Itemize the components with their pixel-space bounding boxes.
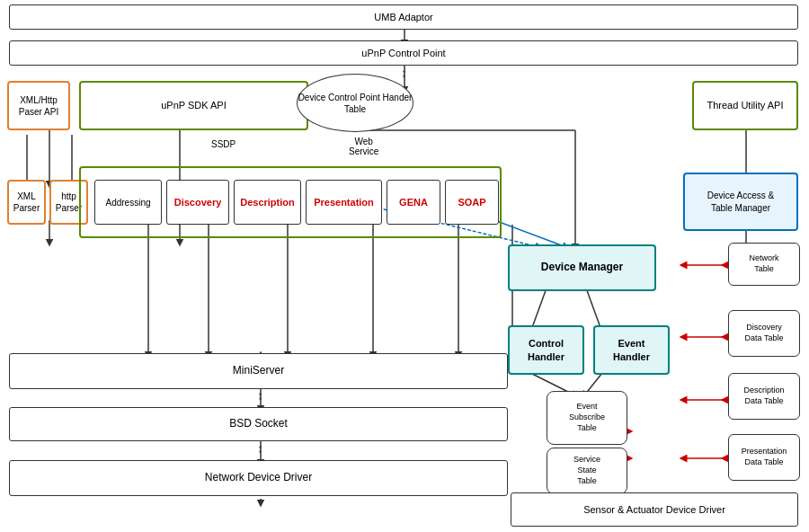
sensor-actuator-box: Sensor & Actuator Device Driver (511, 492, 798, 527)
upnp-sdk-api-label: uPnP SDK API (161, 99, 227, 111)
device-control-point-label: Device Control Point Hander Table (298, 92, 413, 115)
xml-parser-label: XML Parser (13, 191, 40, 214)
mini-server-label: MiniServer (233, 364, 284, 378)
event-subscribe-table-box: Event Subscribe Table (547, 391, 627, 445)
soap-box: SOAP (445, 180, 499, 225)
http-parser-box: http Parser (49, 180, 88, 225)
device-access-table-manager-label: Device Access & Table Manager (707, 190, 774, 215)
umb-adaptor-label: UMB Adaptor (374, 11, 432, 23)
device-manager-box: Device Manager (508, 244, 656, 291)
description-data-table-box: Description Data Table (728, 373, 800, 420)
device-manager-label: Device Manager (541, 261, 623, 275)
service-state-table-box: Service State Table (547, 448, 627, 494)
control-handler-label: Control Handler (528, 337, 565, 363)
description-label: Description (240, 196, 295, 208)
ssdp-label: SSDP (211, 139, 236, 149)
thread-utility-api-label: Thread Utility API (707, 99, 784, 111)
event-handler-label: Event Handler (613, 337, 650, 363)
xml-http-api-box: XML/Http Paser API (7, 81, 70, 130)
web-service-label: Web Service (349, 137, 378, 156)
xml-http-api-label: XML/Http Paser API (19, 94, 58, 118)
presentation-box: Presentation (306, 180, 382, 225)
arrow-mini-bsd: ↕ (257, 388, 263, 403)
addressing-label: Addressing (105, 197, 150, 208)
bsd-socket-box: BSD Socket (9, 407, 508, 441)
arrow-bsd-net: ↕ (257, 441, 263, 456)
event-subscribe-table-label: Event Subscribe Table (569, 402, 605, 433)
discovery-label: Discovery (174, 196, 222, 208)
network-device-driver-label: Network Device Driver (205, 471, 312, 485)
device-access-table-manager-box: Device Access & Table Manager (683, 173, 798, 231)
upnp-sdk-api-box: uPnP SDK API (79, 81, 308, 130)
upnp-control-point-label: uPnP Control Point (361, 47, 445, 59)
presentation-data-table-box: Presentation Data Table (728, 434, 800, 481)
discovery-box: Discovery (166, 180, 229, 225)
soap-label: SOAP (458, 196, 485, 208)
event-handler-box: Event Handler (593, 325, 670, 375)
addressing-box: Addressing (94, 180, 162, 225)
network-table-box: Network Table (728, 243, 800, 286)
diagram: UMB Adaptor uPnP Control Point XML/Http … (0, 0, 809, 532)
discovery-data-table-label: Discovery Data Table (745, 323, 784, 343)
network-table-label: Network Table (749, 253, 778, 274)
upnp-control-point-box: uPnP Control Point (9, 40, 798, 66)
xml-parser-box: XML Parser (7, 180, 46, 225)
network-device-driver-box: Network Device Driver (9, 460, 508, 496)
thread-utility-api-box: Thread Utility API (692, 81, 798, 130)
presentation-label: Presentation (314, 196, 374, 208)
service-state-table-label: Service State Table (573, 455, 600, 486)
discovery-data-table-box: Discovery Data Table (728, 310, 800, 357)
description-data-table-label: Description Data Table (743, 386, 784, 406)
sensor-actuator-label: Sensor & Actuator Device Driver (583, 503, 725, 516)
umb-adaptor-box: UMB Adaptor (9, 4, 798, 30)
control-handler-box: Control Handler (508, 325, 584, 375)
bsd-socket-label: BSD Socket (229, 417, 288, 431)
presentation-data-table-label: Presentation Data Table (742, 447, 787, 467)
gena-label: GENA (399, 196, 428, 208)
mini-server-box: MiniServer (9, 353, 508, 389)
http-parser-label: http Parser (56, 191, 82, 214)
description-box: Description (234, 180, 301, 225)
device-control-point-box: Device Control Point Hander Table (297, 74, 413, 132)
arrow-cp-down: ↕ (401, 66, 407, 80)
gena-box: GENA (387, 180, 440, 225)
